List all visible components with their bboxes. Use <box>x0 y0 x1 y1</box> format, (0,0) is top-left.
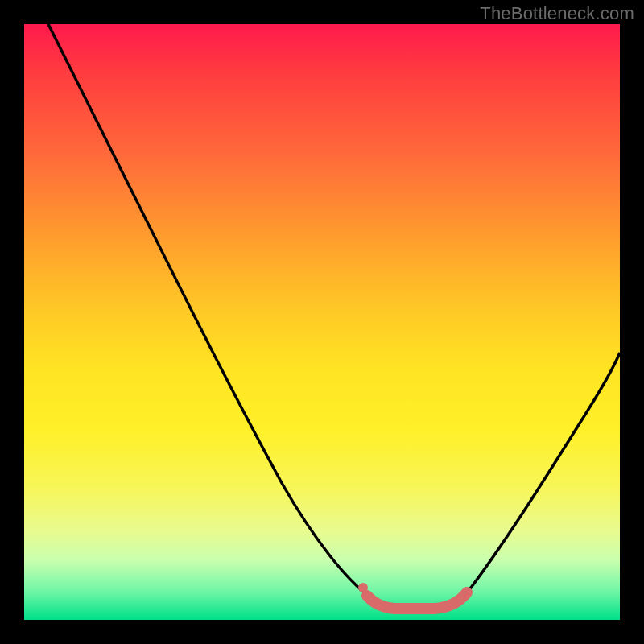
plot-gradient-area <box>24 24 620 620</box>
bottleneck-chart <box>24 24 620 620</box>
recommended-range-start-dot <box>358 583 368 592</box>
frame: TheBottleneck.com <box>0 0 644 644</box>
watermark-text: TheBottleneck.com <box>480 3 634 24</box>
recommended-range-marker <box>367 592 467 609</box>
bottleneck-curve-path <box>48 24 620 609</box>
